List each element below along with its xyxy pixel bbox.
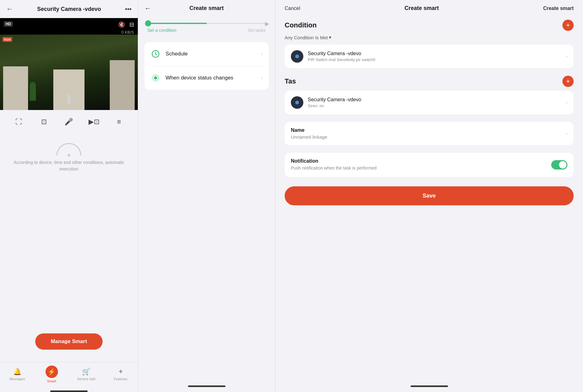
- config-panel: Cancel Create smart Create smart Conditi…: [275, 0, 583, 392]
- task-add-button[interactable]: +: [562, 76, 574, 87]
- camera-title: Security Camera -vdevo: [37, 6, 101, 12]
- progress-step1-label: Set a condition: [147, 28, 176, 33]
- camera-smart-section: According to device, time and other cond…: [0, 134, 138, 362]
- fullscreen-icon[interactable]: ⊟: [129, 21, 134, 28]
- clock-icon: [151, 49, 161, 59]
- notification-desc: Push notification when the task is perfo…: [291, 165, 546, 171]
- smart-description: According to device, time and other cond…: [6, 159, 132, 172]
- camera-speed: 0 KB/S: [0, 30, 138, 35]
- name-value: Unnamed linkage: [291, 134, 327, 140]
- task-camera-dot-icon: [295, 101, 299, 104]
- camera-back-button[interactable]: ←: [6, 5, 13, 13]
- scene-building-right: [110, 60, 135, 110]
- record-button[interactable]: ▶⊡: [87, 115, 101, 129]
- progress-step2-label: Set tasks: [248, 28, 266, 33]
- config-home-indicator: [411, 385, 448, 387]
- condition-section: Condition + Any Condition Is Met ▾ Secur…: [285, 20, 574, 68]
- task-section-header: Tas +: [285, 76, 574, 87]
- home-indicator: [50, 390, 88, 392]
- name-section[interactable]: Name Unnamed linkage ›: [285, 122, 574, 145]
- camera-image-area: tuya: [0, 35, 138, 110]
- schedule-chevron-icon: ›: [261, 51, 263, 57]
- camera-video-top: HD 🔇 ⊟: [0, 18, 138, 31]
- task-item-name: Security Camera -vdevo: [308, 97, 566, 103]
- save-button[interactable]: Save: [285, 186, 574, 205]
- snapshot-button[interactable]: ⊡: [37, 115, 51, 129]
- nav-item-messages[interactable]: 🔔 Messages: [8, 368, 26, 381]
- name-section-content: Name Unnamed linkage: [291, 127, 327, 140]
- svg-point-1: [154, 76, 157, 79]
- config-title: Create smart: [404, 5, 439, 12]
- camera-more-button[interactable]: •••: [125, 6, 132, 13]
- config-create-button[interactable]: Create smart: [543, 6, 574, 11]
- condition-add-button[interactable]: +: [562, 20, 574, 31]
- condition-item[interactable]: Security Camera -vdevo PIR Switch And Se…: [285, 45, 574, 68]
- smart-nav-icon: ⚡: [46, 366, 58, 378]
- device-status-icon: [151, 73, 161, 83]
- nav-label-smart: Smart: [47, 379, 56, 383]
- nav-label-features: Features: [114, 377, 127, 381]
- manage-smart-button[interactable]: Manage Smart: [35, 333, 103, 350]
- device-status-chevron-icon: ›: [261, 75, 263, 81]
- create-back-button[interactable]: ←: [144, 4, 151, 12]
- create-panel: ← Create smart ▶ Set a condition Set tas…: [138, 0, 275, 392]
- config-content: Condition + Any Condition Is Met ▾ Secur…: [275, 17, 583, 385]
- condition-item-name: Security Camera -vdevo: [308, 51, 566, 56]
- nav-item-service-hall[interactable]: 🛒 Service Hall: [77, 368, 95, 381]
- progress-filled: [147, 23, 207, 24]
- condition-section-header: Condition +: [285, 20, 574, 31]
- create-options: Schedule › When device status changes ›: [138, 36, 275, 382]
- progress-dot-start: [145, 20, 151, 26]
- config-header: Cancel Create smart Create smart: [275, 0, 583, 17]
- bell-icon: 🔔: [13, 368, 22, 376]
- camera-panel: ← Security Camera -vdevo ••• HD 🔇 ⊟ 0 KB…: [0, 0, 138, 392]
- name-chevron-icon: ›: [566, 131, 567, 136]
- name-label: Name: [291, 127, 327, 133]
- task-item-text: Security Camera -vdevo Siren: on: [308, 97, 566, 108]
- task-section-title: Tas: [285, 77, 296, 85]
- task-item-avatar: [291, 96, 303, 109]
- bottom-nav: 🔔 Messages ⚡ Smart 🛒 Service Hall ✦ Feat…: [0, 362, 138, 389]
- condition-subtitle: Any Condition Is Met ▾: [285, 35, 574, 40]
- progress-labels: Set a condition Set tasks: [147, 28, 266, 33]
- scene-building-center: [53, 69, 84, 110]
- microphone-button[interactable]: 🎤: [62, 115, 76, 129]
- menu-button[interactable]: ≡: [112, 115, 126, 129]
- condition-subtitle-text: Any Condition Is Met: [285, 35, 328, 40]
- condition-section-title: Condition: [285, 21, 317, 29]
- task-item-desc: Siren: on: [308, 103, 566, 108]
- create-home-indicator: [188, 385, 225, 387]
- nav-item-features[interactable]: ✦ Features: [111, 368, 130, 381]
- expand-button[interactable]: ⛶: [12, 115, 26, 129]
- progress-track: ▶: [147, 23, 266, 24]
- condition-item-text: Security Camera -vdevo PIR Switch And Se…: [308, 51, 566, 62]
- task-section: Tas + Security Camera -vdevo Siren: on ›: [285, 76, 574, 114]
- condition-item-avatar: [291, 50, 303, 63]
- task-item-chevron-icon: ›: [566, 100, 567, 105]
- camera-video: HD 🔇 ⊟ 0 KB/S tuya: [0, 18, 138, 110]
- notification-toggle[interactable]: [551, 160, 567, 170]
- condition-item-desc: PIR Switch And Sensitivity:pir switch0: [308, 57, 566, 62]
- progress-bar-area: ▶ Set a condition Set tasks: [138, 17, 275, 36]
- progress-arrow: ▶: [265, 20, 269, 27]
- scene-figure: [67, 94, 71, 104]
- schedule-option-label: Schedule: [166, 51, 261, 57]
- nav-item-smart[interactable]: ⚡ Smart: [42, 366, 61, 383]
- nav-label-service-hall: Service Hall: [77, 377, 95, 381]
- mute-icon[interactable]: 🔇: [118, 21, 125, 28]
- condition-dropdown-arrow-icon[interactable]: ▾: [329, 35, 331, 40]
- notification-text: Notification Push notification when the …: [291, 158, 546, 171]
- notification-title: Notification: [291, 158, 546, 164]
- camera-header: ← Security Camera -vdevo •••: [0, 0, 138, 18]
- features-icon: ✦: [118, 368, 123, 376]
- scene-building-left: [3, 66, 28, 110]
- task-item[interactable]: Security Camera -vdevo Siren: on ›: [285, 91, 574, 114]
- device-status-option-label: When device status changes: [166, 75, 261, 81]
- tuya-badge: tuya: [2, 37, 12, 42]
- schedule-option[interactable]: Schedule ›: [144, 42, 269, 66]
- camera-dot-icon: [295, 55, 299, 58]
- condition-item-chevron-icon: ›: [566, 54, 567, 59]
- device-status-option[interactable]: When device status changes ›: [144, 66, 269, 90]
- scene-tree: [30, 82, 36, 101]
- cancel-button[interactable]: Cancel: [285, 6, 300, 11]
